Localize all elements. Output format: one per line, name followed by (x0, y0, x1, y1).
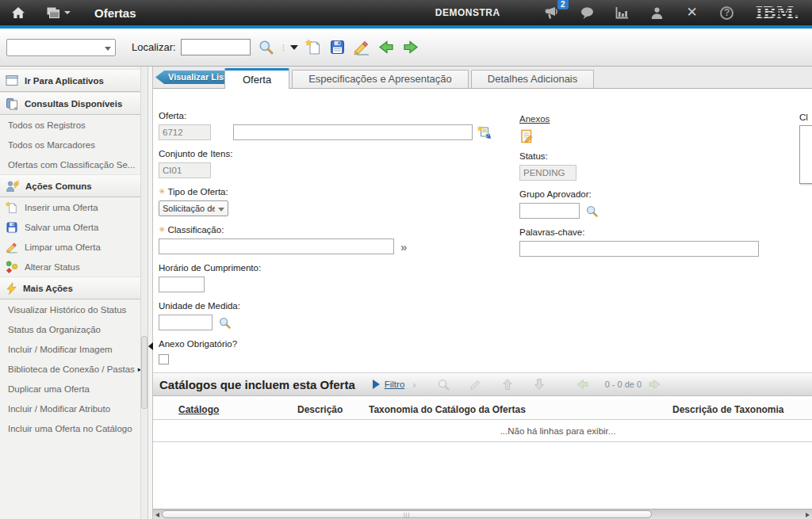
sidebar-item-label: Alterar Status (25, 262, 80, 272)
conjunto-itens-field (159, 162, 211, 178)
detail-menu-icon[interactable]: » (400, 240, 407, 254)
sidebar-section-acoes-comuns[interactable]: Ações Comuns (0, 174, 140, 197)
clear-icon (6, 241, 18, 254)
sidebar-item-label: Visualizar Histórico do Status (8, 305, 126, 315)
sidebar-item-inserir-oferta[interactable]: Inserir uma Oferta (0, 197, 140, 217)
catalog-section: Catálogos que incluem esta Oferta Filtro… (153, 372, 812, 442)
sidebar-item-salvar-oferta[interactable]: Salvar uma Oferta (0, 217, 140, 237)
classificacao-label: ✳ Classificação: (159, 225, 515, 235)
chevron-down-icon[interactable] (105, 47, 111, 51)
tab-especificacoes[interactable]: Especificações e Apresentação (292, 70, 469, 88)
conjunto-itens-label: Conjunto de Itens: (159, 149, 515, 158)
sidebar-item-status-organizacao[interactable]: Status da Organização (0, 319, 140, 339)
move-down-icon-disabled (533, 378, 546, 391)
horizontal-scrollbar-thumb[interactable]: ||| (162, 510, 652, 518)
sidebar-item-oferta-catalogo[interactable]: Incluir uma Oferta no Catálogo (0, 418, 140, 438)
previous-record-icon[interactable] (377, 39, 395, 55)
sidebar-item-biblioteca-conexao[interactable]: Biblioteca de Conexão / Pastas ▸ (0, 359, 140, 379)
required-icon: ✳ (159, 226, 165, 234)
sidebar-scrollbar-thumb[interactable] (141, 336, 147, 409)
horizontal-scrollbar[interactable]: ||| (153, 509, 812, 519)
localizar-input[interactable] (181, 39, 251, 55)
new-record-icon[interactable] (305, 39, 322, 55)
sign-out-icon[interactable]: ✕ (675, 6, 710, 19)
image-label-clipped: Cl (799, 113, 812, 122)
sidebar-item-label: Incluir / Modificar Imagem (8, 345, 113, 354)
comments-icon[interactable] (570, 6, 605, 20)
tab-oferta[interactable]: Oferta (224, 68, 289, 89)
record-combobox[interactable] (6, 39, 116, 56)
grupo-aprovador-label: Grupo Aprovador: (519, 189, 781, 199)
home-icon[interactable] (11, 6, 25, 19)
top-bar: Ofertas DEMONSTRA 2 ✕ ? IBM. (0, 0, 812, 25)
go-to-menu-icon[interactable] (46, 6, 71, 19)
anexo-obrigatorio-checkbox[interactable] (159, 354, 169, 364)
palavras-chave-field[interactable] (519, 241, 759, 257)
save-icon[interactable] (329, 39, 346, 55)
filtro-link[interactable]: Filtro (385, 380, 405, 389)
sidebar-item-label: Inserir uma Oferta (25, 203, 98, 212)
search-icon[interactable] (258, 39, 274, 55)
topbar-right-cluster: DEMONSTRA 2 ✕ ? IBM. (435, 3, 804, 22)
sidebar-section-label: Consultas Disponíveis (25, 99, 122, 109)
sidebar-item-modificar-imagem[interactable]: Incluir / Modificar Imagem (0, 339, 140, 359)
help-icon[interactable]: ? (710, 6, 745, 20)
grupo-aprovador-field[interactable] (519, 203, 580, 219)
scroll-right-icon[interactable] (803, 510, 812, 519)
announcements-icon[interactable]: 2 (535, 6, 570, 20)
sidebar-section-label: Ações Comuns (25, 181, 92, 191)
sidebar-item-modificar-atributo[interactable]: Incluir / Modificar Atributo (0, 399, 140, 418)
sidebar-item-limpar-oferta[interactable]: Limpar uma Oferta (0, 237, 140, 257)
sidebar-item-label: Ir Para Aplicativos (25, 76, 104, 86)
horario-cumprimento-field[interactable] (159, 277, 205, 292)
new-record-icon (6, 201, 18, 214)
sidebar-scrollbar[interactable] (140, 67, 148, 519)
expand-filter-icon[interactable] (373, 380, 380, 389)
change-status-icon (6, 261, 18, 273)
tab-detalhes-adicionais[interactable]: Detalhes Adicionais (471, 70, 594, 88)
next-record-icon[interactable] (402, 39, 419, 55)
table-toolbar: Filtro › (373, 378, 661, 391)
sidebar-item-duplicar-oferta[interactable]: Duplicar uma Oferta (0, 379, 140, 399)
sidebar-item-historico-status[interactable]: Visualizar Histórico do Status (0, 300, 140, 319)
record-combobox-input[interactable] (7, 40, 115, 55)
image-placeholder[interactable] (799, 125, 812, 184)
sidebar-item-label: Status da Organização (8, 325, 101, 334)
tipo-oferta-select[interactable]: Solicitação de (159, 200, 228, 216)
sidebar-item-label: Incluir / Modificar Atributo (8, 404, 110, 414)
sidebar-section-consultas[interactable]: Consultas Disponíveis (0, 92, 140, 115)
reports-chart-icon[interactable] (605, 6, 640, 20)
user-name: DEMONSTRA (435, 7, 500, 18)
chevron-right-icon: › (412, 379, 416, 391)
scroll-left-icon[interactable] (153, 510, 162, 519)
unidade-medida-field[interactable] (159, 315, 213, 330)
sidebar-item-label: Ofertas com Classificação Se... (8, 160, 135, 170)
select-value-icon[interactable] (585, 204, 599, 218)
sidebar-item-alterar-status[interactable]: Alterar Status (0, 257, 140, 277)
sidebar-item-label: Limpar uma Oferta (25, 242, 101, 252)
anexos-edit-icon[interactable] (519, 129, 781, 144)
select-value-icon[interactable] (218, 316, 232, 330)
column-header-catalogo[interactable]: Catálogo (178, 404, 297, 415)
profile-icon[interactable] (640, 6, 675, 20)
form-left-column: Oferta: Conjunto de Itens: ✳ Tipo de Ofe… (159, 111, 515, 368)
sidebar-item-go-to-apps[interactable]: Ir Para Aplicativos (0, 69, 140, 92)
column-header-descricao: Descrição (297, 404, 369, 415)
sidebar-item-todos-registros[interactable]: Todos os Registros (0, 115, 140, 135)
sidebar-item-label: Incluir uma Oferta no Catálogo (8, 424, 132, 433)
save-icon (6, 221, 18, 234)
clear-icon[interactable] (353, 39, 370, 55)
anexos-link[interactable]: Anexos (519, 114, 550, 124)
search-options-menu[interactable]: ⋮ (280, 44, 298, 52)
classificacao-field[interactable] (159, 239, 394, 254)
long-description-icon[interactable] (477, 125, 492, 140)
sidebar-item-ofertas-classificacao[interactable]: Ofertas com Classificação Se... (0, 155, 140, 174)
sidebar-item-todos-marcadores[interactable]: Todos os Marcadores (0, 135, 140, 155)
oferta-descricao-field[interactable] (233, 124, 473, 140)
sidebar-section-mais-acoes[interactable]: Mais Ações (0, 277, 140, 300)
notification-badge: 2 (557, 0, 569, 10)
sidebar-section-label: Mais Ações (23, 284, 73, 293)
main-content: Visualizar Lista Oferta Especificações e… (153, 67, 812, 519)
ibm-logo: IBM. (756, 3, 799, 22)
image-area: Cl (799, 113, 812, 184)
